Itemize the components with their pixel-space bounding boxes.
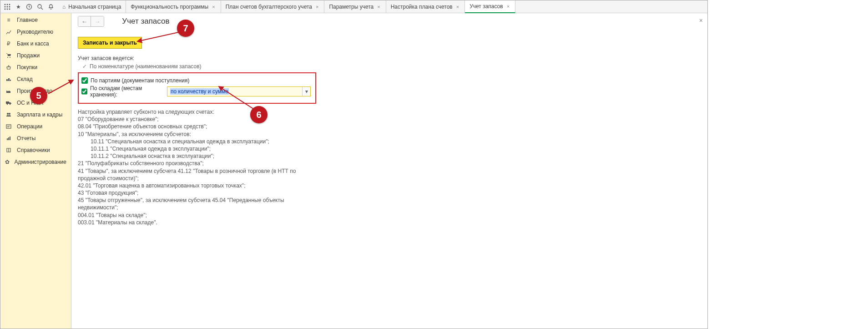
tab-functionality[interactable]: Функциональность программы × (126, 0, 221, 13)
sidebar-item-label: Зарплата и кадры (17, 111, 62, 118)
svg-point-19 (7, 113, 9, 115)
tab-label: План счетов бухгалтерского учета (226, 4, 312, 10)
tab-label: Параметры учета (329, 4, 373, 10)
sidebar-item-sales[interactable]: Продажи (0, 50, 71, 61)
svg-point-1 (7, 4, 8, 5)
svg-rect-22 (7, 138, 8, 140)
sidebar-item-refs[interactable]: Справочники (0, 144, 71, 156)
tab-home[interactable]: ⌂ Начальная страница (58, 0, 126, 13)
sidebar: ≡Главное Руководителю ₽Банк и касса Прод… (0, 13, 71, 329)
menu-icon: ≡ (5, 17, 12, 23)
nav-back-forward: ← → (78, 16, 104, 27)
svg-point-5 (9, 6, 10, 7)
ruble-icon: ₽ (5, 40, 12, 47)
sidebar-item-bank[interactable]: ₽Банк и касса (0, 38, 71, 50)
toolbar-icons: ★ (0, 0, 58, 13)
home-icon: ⌂ (62, 4, 66, 10)
sidebar-item-purchases[interactable]: Покупки (0, 61, 71, 73)
tab-accounting-params[interactable]: Параметры учета × (324, 0, 386, 13)
svg-point-11 (7, 57, 8, 58)
truck-icon (5, 100, 12, 106)
apps-icon[interactable] (2, 2, 12, 12)
close-icon[interactable]: × (506, 4, 510, 9)
close-icon[interactable]: × (315, 4, 319, 10)
gear-icon: ✿ (5, 159, 10, 165)
tab-bar: ⌂ Начальная страница Функциональность пр… (58, 0, 707, 13)
description-text: Настройка управляет субконто на следующи… (78, 108, 314, 226)
sidebar-item-manager[interactable]: Руководителю (0, 26, 71, 38)
nav-forward-button[interactable]: → (91, 16, 104, 26)
tab-chart-accounts[interactable]: План счетов бухгалтерского учета × (221, 0, 325, 13)
tab-label: Функциональность программы (131, 4, 208, 10)
locked-checkbox-row: ✓ По номенклатуре (наименованиям запасов… (78, 63, 701, 70)
sidebar-item-warehouse[interactable]: Склад (0, 73, 71, 85)
tab-inventory[interactable]: Учет запасов × (465, 0, 515, 13)
svg-point-10 (38, 5, 41, 8)
factory-icon (5, 88, 12, 94)
tab-label: Учет запасов (469, 3, 503, 10)
close-icon[interactable]: × (455, 4, 460, 10)
sidebar-item-label: Администрирование (15, 159, 66, 165)
annotation-marker-6: 6 (250, 106, 267, 123)
sidebar-item-label: Склад (17, 76, 33, 82)
checkbox-warehouses[interactable] (81, 88, 87, 95)
tab-label: Начальная страница (68, 4, 121, 10)
checkbox-batches-label: По партиям (документам поступления) (91, 77, 189, 84)
top-toolbar: ★ ⌂ Начальная страница Функциональность … (0, 0, 707, 13)
svg-rect-21 (6, 125, 11, 128)
sidebar-item-label: Руководителю (17, 29, 53, 35)
checkbox-batches[interactable] (81, 77, 88, 84)
sidebar-item-label: Операции (17, 123, 42, 130)
history-icon[interactable] (24, 2, 34, 12)
svg-point-12 (10, 57, 10, 58)
svg-point-3 (5, 6, 6, 7)
sidebar-item-label: Главное (17, 17, 38, 23)
annotation-marker-5: 5 (30, 87, 47, 104)
svg-rect-23 (8, 137, 9, 140)
dropdown-value: по количеству и сумме (167, 87, 302, 96)
book-icon (5, 147, 12, 153)
svg-point-2 (9, 4, 10, 5)
page-title: Учет запасов (122, 17, 169, 26)
nav-back-button[interactable]: ← (78, 16, 91, 26)
sidebar-item-admin[interactable]: ✿Администрирование (0, 156, 71, 168)
reports-icon (5, 136, 12, 141)
chart-icon (5, 29, 12, 35)
sidebar-item-label: Покупки (17, 64, 37, 71)
svg-rect-15 (10, 80, 11, 81)
checkbox-warehouses-row: По складам (местам хранения): по количес… (81, 85, 311, 98)
close-icon[interactable]: × (376, 4, 381, 10)
warehouse-mode-dropdown[interactable]: по количеству и сумме ▾ (167, 86, 311, 96)
people-icon (5, 112, 12, 117)
svg-point-0 (5, 4, 6, 5)
sidebar-item-label: Банк и касса (17, 40, 49, 47)
section-label: Учет запасов ведется: (78, 55, 701, 61)
save-and-close-button[interactable]: Записать и закрыть (78, 37, 142, 49)
checkbox-warehouses-label: По складам (местам хранения): (90, 85, 162, 98)
svg-rect-16 (6, 101, 9, 104)
svg-rect-13 (6, 79, 8, 81)
search-icon[interactable] (35, 2, 45, 12)
cart-icon (5, 53, 12, 58)
tab-chart-settings[interactable]: Настройка плана счетов × (386, 0, 465, 13)
chevron-down-icon[interactable]: ▾ (302, 87, 310, 96)
warehouse-icon (5, 76, 12, 82)
svg-point-20 (9, 113, 10, 115)
ops-icon (5, 124, 12, 129)
star-icon[interactable]: ★ (13, 2, 23, 12)
sidebar-item-label: Продажи (17, 52, 40, 59)
basket-icon (5, 65, 12, 70)
sidebar-item-reports[interactable]: Отчеты (0, 132, 71, 144)
content-area: × ← → Учет запасов Записать и закрыть Уч… (71, 13, 707, 329)
svg-point-6 (5, 8, 6, 10)
sidebar-item-main[interactable]: ≡Главное (0, 14, 71, 26)
svg-point-17 (7, 104, 8, 105)
checkbox-batches-row: По партиям (документам поступления) (81, 77, 311, 84)
close-page-icon[interactable]: × (699, 17, 703, 24)
sidebar-item-hr[interactable]: Зарплата и кадры (0, 109, 71, 121)
bell-icon[interactable] (46, 2, 56, 12)
close-icon[interactable]: × (211, 4, 216, 10)
highlighted-options-box: По партиям (документам поступления) По с… (78, 72, 316, 104)
annotation-marker-7: 7 (177, 20, 194, 37)
sidebar-item-operations[interactable]: Операции (0, 121, 71, 132)
